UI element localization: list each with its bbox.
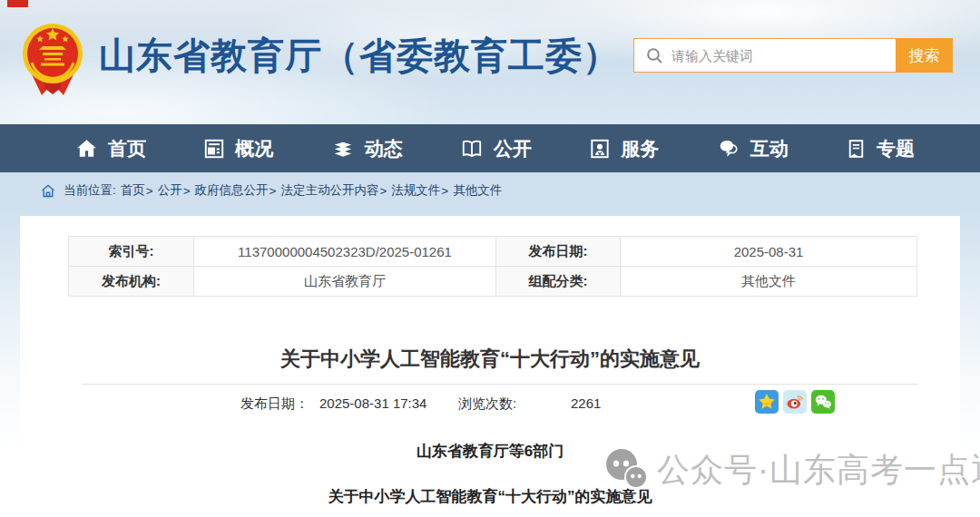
breadcrumb-separator: > (379, 184, 387, 198)
publish-date-value: 2025-08-31 17:34 (319, 395, 426, 411)
document-info-table: 索引号: 11370000004502323D/2025-01261 发布日期:… (68, 236, 917, 297)
qzone-icon[interactable] (755, 390, 779, 414)
nav-item-home[interactable]: 首页 (74, 136, 146, 161)
site-title[interactable]: 山东省教育厅（省委教育工委） (99, 31, 620, 81)
table-row: 发布机构: 山东省教育厅 组配分类: 其他文件 (69, 267, 917, 297)
share-icons (755, 390, 835, 414)
breadcrumb-item-statutory[interactable]: 法定主动公开内容 (280, 182, 378, 199)
nav-label: 公开 (494, 136, 532, 161)
open-book-icon (459, 137, 485, 161)
breadcrumb-item-gov-info[interactable]: 政府信息公开 (195, 182, 269, 199)
search-input[interactable] (671, 39, 896, 72)
breadcrumb-item-home[interactable]: 首页 (121, 182, 145, 199)
breadcrumb-item-other-docs: 其他文件 (453, 182, 502, 199)
weibo-icon[interactable] (783, 390, 807, 414)
main-nav: 首页 概况 动态 (0, 124, 980, 172)
page: 山东省教育厅（省委教育工委） 搜索 首页 (0, 0, 980, 517)
publish-date-label: 发布日期： (240, 395, 309, 413)
nav-label: 专题 (877, 136, 915, 161)
info-value-agency: 山东省教育厅 (194, 267, 496, 297)
content-card: 索引号: 11370000004502323D/2025-01261 发布日期:… (20, 216, 960, 517)
overview-icon (202, 137, 226, 161)
info-value-pub-date: 2025-08-31 (621, 237, 917, 267)
nav-item-interaction[interactable]: 互动 (716, 136, 789, 161)
chat-bubbles-icon (716, 137, 741, 161)
info-label-pub-date: 发布日期: (496, 237, 621, 267)
article-body-title: 关于中小学人工智能教育“十大行动”的实施意见 (20, 486, 960, 507)
nav-label: 概况 (235, 136, 273, 161)
news-books-icon (330, 137, 356, 161)
breadcrumb-prefix: 当前位置: (64, 182, 116, 199)
article-title: 关于中小学人工智能教育“十大行动”的实施意见 (20, 346, 960, 373)
red-corner-decoration (7, 0, 28, 7)
breadcrumb-item-regulations[interactable]: 法规文件 (391, 182, 440, 199)
topics-doc-icon (845, 137, 867, 161)
info-label-category: 组配分类: (496, 267, 621, 297)
site-header: 山东省教育厅（省委教育工委） 搜索 (0, 0, 980, 124)
search-button[interactable]: 搜索 (896, 38, 953, 73)
info-label-index: 索引号: (69, 237, 194, 267)
nav-item-overview[interactable]: 概况 (202, 136, 273, 161)
nav-item-topics[interactable]: 专题 (845, 136, 915, 161)
breadcrumb-separator: > (146, 184, 153, 198)
info-label-agency: 发布机构: (69, 267, 194, 297)
nav-label: 首页 (108, 136, 146, 161)
nav-label: 互动 (750, 136, 789, 161)
search-icon (646, 47, 663, 64)
breadcrumb: 当前位置: 首页 > 公开 > 政府信息公开 > 法定主动公开内容 > 法规文件… (0, 172, 980, 209)
main-content: 索引号: 11370000004502323D/2025-01261 发布日期:… (0, 209, 980, 517)
breadcrumb-home-icon[interactable] (41, 184, 55, 198)
service-badge-icon (588, 137, 612, 161)
nav-item-services[interactable]: 服务 (588, 136, 659, 161)
wechat-icon[interactable] (811, 390, 835, 414)
search-bar: 搜索 (633, 38, 953, 73)
breadcrumb-separator: > (183, 184, 191, 198)
national-emblem-icon (21, 20, 84, 98)
nav-item-disclosure[interactable]: 公开 (459, 136, 532, 161)
article-meta: 发布日期： 2025-08-31 17:34 浏览次数: 2261 (20, 392, 960, 419)
views-value: 2261 (571, 395, 601, 411)
info-value-category: 其他文件 (621, 267, 917, 297)
home-icon (74, 137, 99, 161)
table-row: 索引号: 11370000004502323D/2025-01261 发布日期:… (69, 237, 917, 267)
title-divider (82, 384, 918, 385)
breadcrumb-item-disclosure[interactable]: 公开 (158, 182, 182, 199)
breadcrumb-separator: > (441, 184, 448, 198)
nav-label: 服务 (621, 136, 659, 161)
article-body-department: 山东省教育厅等6部门 (20, 441, 960, 462)
info-value-index: 11370000004502323D/2025-01261 (194, 237, 496, 267)
views-label: 浏览次数: (458, 395, 516, 413)
nav-item-news[interactable]: 动态 (330, 136, 403, 161)
breadcrumb-separator: > (270, 184, 277, 198)
nav-label: 动态 (365, 136, 403, 161)
